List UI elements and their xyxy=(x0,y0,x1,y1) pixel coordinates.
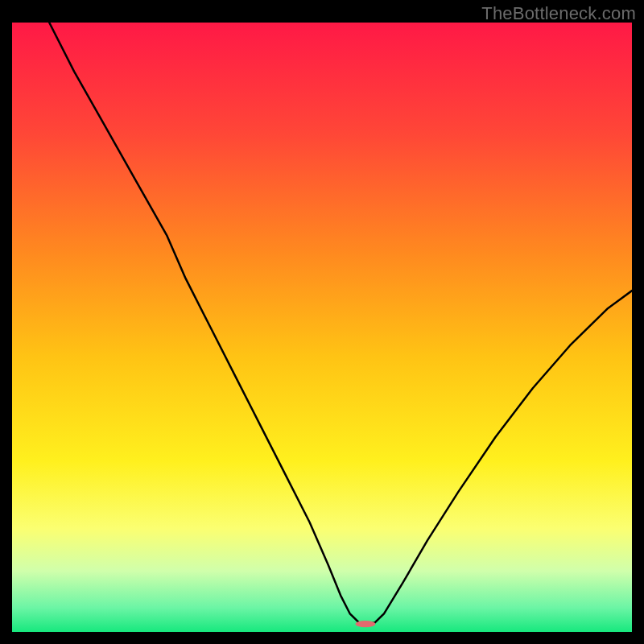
chart-frame: TheBottleneck.com xyxy=(0,0,644,644)
watermark-text: TheBottleneck.com xyxy=(481,3,636,24)
plot-area xyxy=(12,23,632,632)
optimal-marker xyxy=(356,621,376,627)
chart-background xyxy=(12,23,632,632)
chart-svg xyxy=(12,23,632,632)
